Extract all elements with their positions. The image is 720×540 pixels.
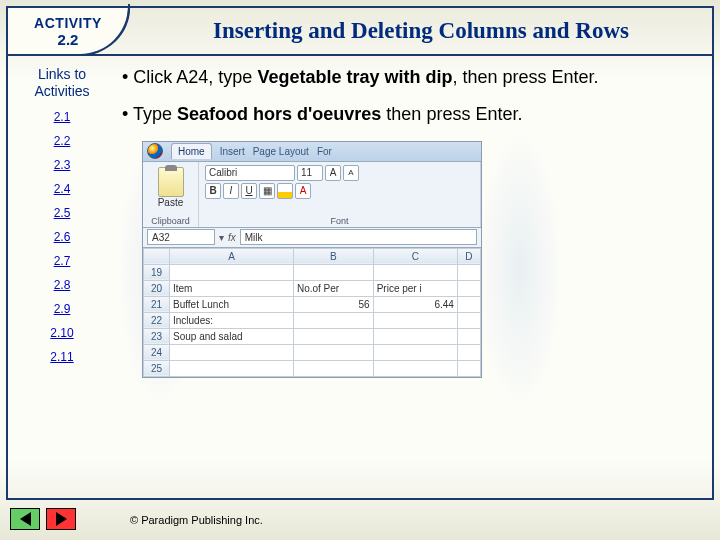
row-22: 22Includes: xyxy=(144,312,481,328)
sidebar-link-2-3[interactable]: 2.3 xyxy=(8,158,116,172)
arrow-right-icon xyxy=(56,512,67,526)
sidebar-link-2-9[interactable]: 2.9 xyxy=(8,302,116,316)
col-C: C xyxy=(373,248,457,264)
col-header-row: A B C D xyxy=(144,248,481,264)
sidebar-link-2-1[interactable]: 2.1 xyxy=(8,110,116,124)
next-button[interactable] xyxy=(46,508,76,530)
font-size-box: 11 xyxy=(297,165,323,181)
bullet-1: • Click A24, type Vegetable tray with di… xyxy=(122,66,698,89)
bullet-2-post: then press Enter. xyxy=(381,104,522,124)
bullet-2-pre: • Type xyxy=(122,104,177,124)
row-19: 19 xyxy=(144,264,481,280)
ribbon-body: Paste Clipboard Calibri 11 A A xyxy=(143,162,481,228)
row-21: 21Buffet Lunch566.44 xyxy=(144,296,481,312)
grow-font-icon: A xyxy=(325,165,341,181)
title-box: Inserting and Deleting Columns and Rows xyxy=(130,8,712,54)
ribbon-tabs: Home Insert Page Layout For xyxy=(143,142,481,162)
clipboard-label: Clipboard xyxy=(149,214,192,226)
sidebar-link-2-2[interactable]: 2.2 xyxy=(8,134,116,148)
fill-color-icon xyxy=(277,183,293,199)
tab-home: Home xyxy=(171,143,212,159)
row-23: 23Soup and salad xyxy=(144,328,481,344)
ribbon-group-font: Calibri 11 A A B I U ▦ xyxy=(199,162,481,227)
col-D: D xyxy=(457,248,480,264)
sidebar-link-2-10[interactable]: 2.10 xyxy=(8,326,116,340)
bold-icon: B xyxy=(205,183,221,199)
sidebar-link-2-6[interactable]: 2.6 xyxy=(8,230,116,244)
header: ACTIVITY 2.2 Inserting and Deleting Colu… xyxy=(8,8,712,56)
corner-cell xyxy=(144,248,170,264)
row-20: 20ItemNo.of PerPrice per i xyxy=(144,280,481,296)
italic-icon: I xyxy=(223,183,239,199)
sidebar-link-2-7[interactable]: 2.7 xyxy=(8,254,116,268)
underline-icon: U xyxy=(241,183,257,199)
bullet-1-post: , then press Enter. xyxy=(452,67,598,87)
paste-icon xyxy=(158,167,184,197)
page-title: Inserting and Deleting Columns and Rows xyxy=(213,18,629,44)
row-25: 25 xyxy=(144,360,481,376)
office-button-icon xyxy=(147,143,163,159)
activity-label: ACTIVITY xyxy=(34,15,102,31)
links-heading-line2: Activities xyxy=(34,83,89,99)
font-color-icon: A xyxy=(295,183,311,199)
bullet-1-bold: Vegetable tray with dip xyxy=(257,67,452,87)
sidebar-link-2-4[interactable]: 2.4 xyxy=(8,182,116,196)
bullet-2: • Type Seafood hors d'oeuvres then press… xyxy=(122,103,698,126)
prev-button[interactable] xyxy=(10,508,40,530)
tab-page-layout: Page Layout xyxy=(253,146,309,157)
name-box: A32 xyxy=(147,229,215,245)
font-name-box: Calibri xyxy=(205,165,295,181)
tab-insert: Insert xyxy=(220,146,245,157)
sidebar-link-2-5[interactable]: 2.5 xyxy=(8,206,116,220)
copyright: © Paradigm Publishing Inc. xyxy=(130,514,263,526)
content-area: • Click A24, type Vegetable tray with di… xyxy=(116,56,712,498)
sidebar-link-2-8[interactable]: 2.8 xyxy=(8,278,116,292)
shrink-font-icon: A xyxy=(343,165,359,181)
row-24: 24 xyxy=(144,344,481,360)
formula-value: Milk xyxy=(240,229,477,245)
tab-formulas-cut: For xyxy=(317,146,332,157)
sidebar: Links to Activities 2.1 2.2 2.3 2.4 2.5 … xyxy=(8,56,116,498)
col-A: A xyxy=(170,248,294,264)
bullet-1-pre: • Click A24, type xyxy=(122,67,257,87)
slide-frame: ACTIVITY 2.2 Inserting and Deleting Colu… xyxy=(6,6,714,500)
arrow-left-icon xyxy=(20,512,31,526)
border-icon: ▦ xyxy=(259,183,275,199)
nav-controls xyxy=(10,508,76,530)
body: Links to Activities 2.1 2.2 2.3 2.4 2.5 … xyxy=(8,56,712,498)
sidebar-link-2-11[interactable]: 2.11 xyxy=(8,350,116,364)
excel-screenshot: Home Insert Page Layout For Paste Clipbo… xyxy=(142,141,482,378)
screenshot-wrap: Home Insert Page Layout For Paste Clipbo… xyxy=(122,141,698,378)
links-heading-line1: Links to xyxy=(38,66,86,82)
activity-badge: ACTIVITY 2.2 xyxy=(8,8,130,54)
links-heading: Links to Activities xyxy=(8,66,116,100)
paste-label: Paste xyxy=(149,197,192,208)
col-B: B xyxy=(293,248,373,264)
fx-icon: fx xyxy=(224,232,240,243)
bullet-2-bold: Seafood hors d'oeuvres xyxy=(177,104,381,124)
formula-bar: A32 ▾ fx Milk xyxy=(143,228,481,248)
spreadsheet-grid: A B C D 19 20ItemNo.of PerPrice per i 21… xyxy=(143,248,481,377)
font-group-label: Font xyxy=(205,214,474,226)
activity-number: 2.2 xyxy=(58,31,79,48)
ribbon-group-clipboard: Paste Clipboard xyxy=(143,162,199,227)
